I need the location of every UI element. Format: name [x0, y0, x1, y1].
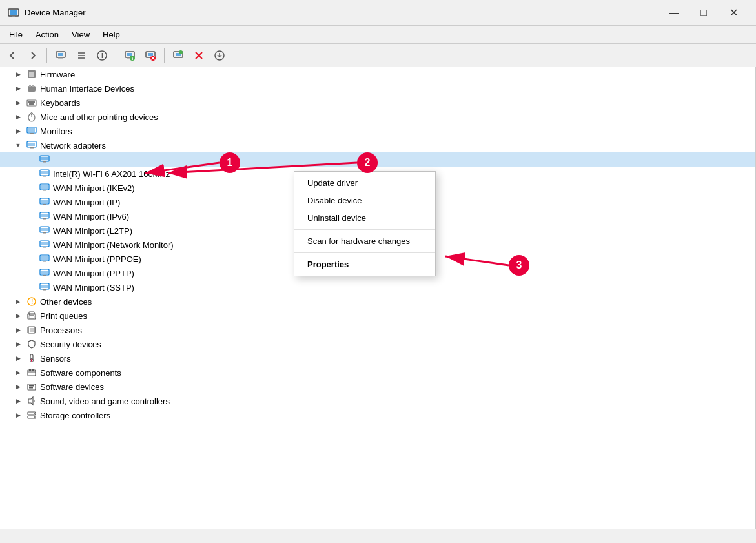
svg-rect-33	[28, 101, 30, 103]
properties-button[interactable]: i	[92, 46, 112, 65]
svg-rect-75	[41, 285, 48, 288]
expander-na-wan-l2tp	[26, 225, 36, 236]
expander-na-wan-ip	[26, 197, 36, 207]
processors-icon	[26, 324, 37, 336]
svg-rect-58	[43, 204, 46, 205]
expander-other-devices[interactable]: ▶	[13, 296, 23, 307]
expander-hid[interactable]: ▶	[13, 83, 23, 94]
svg-marker-100	[28, 397, 33, 405]
tree-item-na-wan-sstp[interactable]: WAN Miniport (SSTP)	[0, 280, 755, 294]
expander-na-wan-netmon	[26, 240, 36, 250]
svg-rect-83	[30, 328, 34, 332]
tree-item-monitors[interactable]: ▶ Monitors	[0, 124, 755, 138]
tree-item-other-devices[interactable]: ▶ ! Other devices	[0, 294, 755, 309]
svg-rect-69	[41, 256, 48, 260]
expander-sensors[interactable]: ▶	[13, 353, 23, 364]
computer-button[interactable]	[51, 46, 70, 65]
context-menu[interactable]: Update driver Disable device Uninstall d…	[294, 171, 436, 276]
expander-security-devices[interactable]: ▶	[13, 339, 23, 349]
tree-item-storage-controllers[interactable]: ▶ Storage controllers	[0, 408, 755, 422]
svg-rect-61	[43, 218, 46, 220]
svg-rect-64	[43, 232, 46, 234]
svg-rect-63	[41, 228, 48, 231]
expander-processors[interactable]: ▶	[13, 325, 23, 335]
expander-network-adapters[interactable]: ▼	[13, 140, 23, 150]
context-separator-1	[294, 229, 435, 230]
tree-item-processors[interactable]: ▶ Processors	[0, 323, 755, 337]
svg-rect-51	[41, 171, 48, 174]
forward-button[interactable]	[23, 46, 43, 65]
tree-item-mice[interactable]: ▶ Mice and other pointing devices	[0, 110, 755, 124]
svg-point-23	[179, 50, 183, 54]
expander-na-wan-ikev2	[26, 183, 36, 193]
app-icon	[8, 7, 19, 19]
processors-label: Processors	[40, 325, 82, 335]
tree-item-na-blank[interactable]	[0, 152, 755, 167]
svg-rect-34	[30, 101, 32, 103]
context-disable-device[interactable]: Disable device	[294, 192, 435, 209]
minimize-button[interactable]: —	[659, 3, 689, 23]
tree-item-software-devices[interactable]: ▶ Software devices	[0, 380, 755, 394]
keyboards-icon	[26, 97, 37, 108]
expander-software-components[interactable]: ▶	[13, 367, 23, 378]
toolbar-separator-3	[164, 48, 165, 63]
maximize-button[interactable]: □	[689, 3, 719, 23]
context-separator-2	[294, 252, 435, 253]
na-wan-pptp-icon	[39, 267, 50, 279]
security-devices-icon	[26, 338, 37, 350]
firmware-icon	[26, 68, 37, 80]
tree-item-security-devices[interactable]: ▶ Security devices	[0, 337, 755, 351]
na-wan-sstp-label: WAN Miniport (SSTP)	[53, 283, 134, 292]
hid-label: Human Interface Devices	[40, 84, 134, 94]
uninstall-button[interactable]	[141, 46, 160, 65]
device-tree[interactable]: ▶ Firmware ▶ Human Interface Devices ▶ K…	[0, 67, 756, 529]
expander-keyboards[interactable]: ▶	[13, 97, 23, 108]
context-uninstall-device[interactable]: Uninstall device	[294, 209, 435, 227]
sensors-icon	[26, 353, 37, 364]
tree-item-sensors[interactable]: ▶ Sensors	[0, 351, 755, 365]
na-wan-ip-label: WAN Miniport (IP)	[53, 198, 120, 207]
expander-mice[interactable]: ▶	[13, 112, 23, 122]
back-button[interactable]	[3, 46, 22, 65]
expander-software-devices[interactable]: ▶	[13, 382, 23, 392]
expander-firmware[interactable]: ▶	[13, 69, 23, 79]
tree-item-network-adapters[interactable]: ▼ Network adapters	[0, 138, 755, 152]
context-properties[interactable]: Properties	[294, 256, 435, 273]
sensors-label: Sensors	[40, 354, 71, 364]
menu-action[interactable]: Action	[29, 27, 65, 42]
tree-item-sound-video[interactable]: ▶ Sound, video and game controllers	[0, 394, 755, 408]
tree-item-firmware[interactable]: ▶ Firmware	[0, 67, 755, 81]
download-button[interactable]	[210, 46, 229, 65]
context-update-driver[interactable]: Update driver	[294, 174, 435, 192]
close-button[interactable]: ✕	[719, 3, 748, 23]
firmware-label: Firmware	[40, 70, 75, 79]
expander-na-wifi	[26, 169, 36, 179]
expander-sound-video[interactable]: ▶	[13, 396, 23, 406]
list-button[interactable]	[72, 46, 91, 65]
expander-monitors[interactable]: ▶	[13, 126, 23, 136]
context-scan-hardware[interactable]: Scan for hardware changes	[294, 232, 435, 250]
menu-view[interactable]: View	[65, 27, 96, 42]
status-bar	[0, 529, 756, 543]
expander-na-wan-ipv6	[26, 211, 36, 221]
red-x-button[interactable]	[189, 46, 209, 65]
na-wan-l2tp-label: WAN Miniport (L2TP)	[53, 226, 132, 236]
print-queues-icon	[26, 310, 37, 322]
tree-item-keyboards[interactable]: ▶ Keyboards	[0, 96, 755, 110]
tree-item-software-components[interactable]: ▶ Software components	[0, 365, 755, 380]
menu-help[interactable]: Help	[96, 27, 127, 42]
expander-print-queues[interactable]: ▶	[13, 311, 23, 321]
menu-file[interactable]: File	[3, 27, 29, 42]
monitor-green-button[interactable]	[169, 46, 188, 65]
window-controls: — □ ✕	[659, 3, 748, 23]
scan-button[interactable]: +	[120, 46, 139, 65]
tree-item-print-queues[interactable]: ▶ Print queues	[0, 309, 755, 323]
svg-rect-32	[27, 100, 36, 106]
svg-rect-54	[41, 185, 48, 189]
na-wan-ipv6-label: WAN Miniport (IPv6)	[53, 212, 129, 221]
tree-item-hid[interactable]: ▶ Human Interface Devices	[0, 81, 755, 96]
storage-controllers-icon	[26, 409, 37, 421]
svg-rect-42	[28, 128, 35, 132]
expander-storage-controllers[interactable]: ▶	[13, 410, 23, 420]
svg-text:i: i	[101, 52, 103, 59]
